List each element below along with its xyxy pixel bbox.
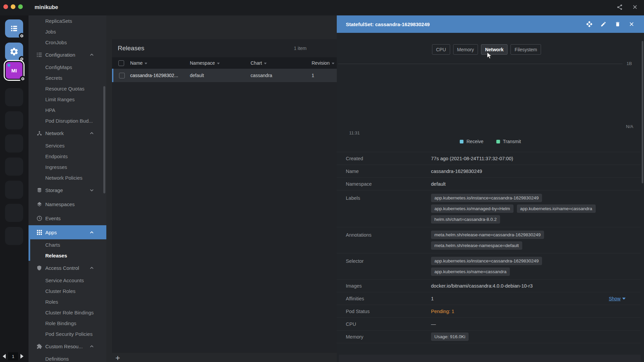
table-row[interactable]: cassandra-16298302... default cassandra … [112,69,337,82]
sidebar-item-services[interactable]: Services [29,140,106,151]
column-header-namespace[interactable]: Namespace [190,60,251,66]
hotbar-empty-slot[interactable] [5,134,23,153]
minimize-window-button[interactable] [11,4,15,9]
sidebar-item-configuration[interactable]: Configuration [29,48,106,62]
events-clock-icon [36,216,43,221]
sidebar-item-events[interactable]: Events [29,211,106,225]
hotbar-empty-slot[interactable] [5,204,23,222]
table-header: Name Namespace Chart Revision [112,57,337,69]
legend-receive[interactable]: Receive [460,139,484,144]
edit-icon[interactable] [600,20,607,28]
add-button[interactable]: + [113,353,123,362]
column-header-chart[interactable]: Chart [251,60,312,66]
detail-row-name: Name cassandra-1629830249 [337,165,641,178]
sidebar-item-replicasets[interactable]: ReplicaSets [29,15,106,26]
sidebar-item-releases[interactable]: Releases [30,250,106,261]
chart-gridline [338,64,623,64]
namespaces-icon [36,201,43,207]
sidebar-item-cluster-role-bindings[interactable]: Cluster Role Bindings [29,307,106,318]
sidebar-item-configmaps[interactable]: ConfigMaps [29,62,106,72]
sidebar-item-cronjobs[interactable]: CronJobs [29,37,106,48]
cluster-initials: MI [11,68,17,73]
sidebar-item-jobs[interactable]: Jobs [29,26,106,37]
column-header-name[interactable]: Name [130,60,190,66]
sidebar-item-cluster-roles[interactable]: Cluster Roles [29,286,106,296]
close-icon[interactable] [631,3,639,11]
sidebar-item-role-bindings[interactable]: Role Bindings [29,318,106,328]
next-page-icon[interactable] [20,354,23,359]
show-affinities-link[interactable]: Show [609,296,626,301]
titlebar: minikube [0,0,644,15]
detail-row-affinities: Affinities 1 Show [337,292,641,305]
cell-revision: 1 [312,73,337,78]
sidebar-item-charts[interactable]: Charts [30,239,106,250]
gear-badge-icon [19,33,25,39]
memory-usage-badge: Usage: 916.0Ki [431,333,469,341]
chart-legend: Receive Transmit [460,139,521,144]
chart-x-tick-label: 11:31 [349,130,360,135]
sidebar-item-ingresses[interactable]: Ingresses [29,162,106,172]
row-checkbox[interactable] [119,73,125,78]
gear-badge-icon [20,76,26,82]
sidebar-item-resource-quotas[interactable]: Resource Quotas [29,83,106,94]
main-content: Releases 1 item Name Namespace Chart Rev… [106,15,337,362]
legend-transmit[interactable]: Transmit [496,139,521,144]
tab-network[interactable]: Network [481,44,507,55]
tab-filesystem[interactable]: Filesystem [511,44,541,55]
sidebar-item-roles[interactable]: Roles [29,296,106,307]
column-header-revision[interactable]: Revision [312,60,337,66]
sidebar-scrollbar[interactable] [103,86,105,193]
sidebar-item-pod-security-policies[interactable]: Pod Security Policies [29,328,106,339]
sidebar-item-apps[interactable]: Apps [29,225,106,239]
chart-na-label: N/A [626,124,633,129]
close-drawer-icon[interactable] [628,20,635,28]
close-window-button[interactable] [3,4,8,9]
sort-arrow-icon [217,63,220,64]
sidebar-item-limit-ranges[interactable]: Limit Ranges [29,94,106,105]
detail-row-annotations: Annotations meta.helm.sh/release-name=ca… [337,227,641,253]
delete-icon[interactable] [614,20,621,28]
sidebar-item-definitions[interactable]: Definitions [29,353,106,362]
sidebar-item-network[interactable]: Network [29,126,106,140]
transmit-swatch-icon [496,140,500,143]
hotbar-pager: 1 [0,352,29,361]
detail-row-pod-status: Pod Status Pending: 1 [337,305,641,318]
sidebar-item-namespaces[interactable]: Namespaces [29,197,106,211]
prev-page-icon[interactable] [3,354,6,359]
drawer-header: StatefulSet: cassandra-1629830249 [337,15,644,33]
pod-status-value: Pending: 1 [431,309,626,314]
hotbar-empty-slot[interactable] [5,88,23,106]
preferences-tile[interactable] [5,43,23,61]
sidebar-item-pod-disruption-budgets[interactable]: Pod Disruption Bud... [29,115,106,126]
maximize-window-button[interactable] [18,4,23,9]
drawer-title: StatefulSet: cassandra-1629830249 [337,21,430,27]
hotbar-empty-slot[interactable] [5,158,23,176]
catalog-tile[interactable] [5,19,23,38]
sidebar-item-endpoints[interactable]: Endpoints [29,151,106,162]
tab-memory[interactable]: Memory [453,44,478,55]
tab-cpu[interactable]: CPU [432,44,450,55]
sort-arrow-icon [264,63,267,64]
active-cluster-tile[interactable]: MI [4,60,24,81]
detail-row-cpu: CPU — [337,318,641,330]
sidebar-item-custom-resources[interactable]: Custom Resou... [29,339,106,353]
detail-row-images: Images docker.io/bitnami/cassandra:4.0.0… [337,280,641,292]
detach-icon[interactable] [586,20,593,28]
sidebar-item-service-accounts[interactable]: Service Accounts [29,275,106,286]
chevron-down-icon [90,189,94,191]
sidebar-item-storage[interactable]: Storage [29,183,106,197]
chevron-up-icon [90,231,94,234]
hotbar-empty-slot[interactable] [5,181,23,199]
page-number: 1 [8,352,18,360]
sidebar-item-access-control[interactable]: Access Control [29,261,106,275]
sidebar-item-network-policies[interactable]: Network Policies [29,172,106,183]
hotbar-empty-slot[interactable] [5,227,23,245]
hotbar-empty-slot[interactable] [5,111,23,129]
chevron-down-icon [622,298,626,300]
sidebar-item-secrets[interactable]: Secrets [29,72,106,83]
sidebar-item-hpa[interactable]: HPA [29,105,106,115]
share-icon[interactable] [616,3,623,11]
select-all-checkbox[interactable] [118,60,124,66]
drawer-scrollbar[interactable] [642,41,643,183]
gear-icon [9,47,19,56]
